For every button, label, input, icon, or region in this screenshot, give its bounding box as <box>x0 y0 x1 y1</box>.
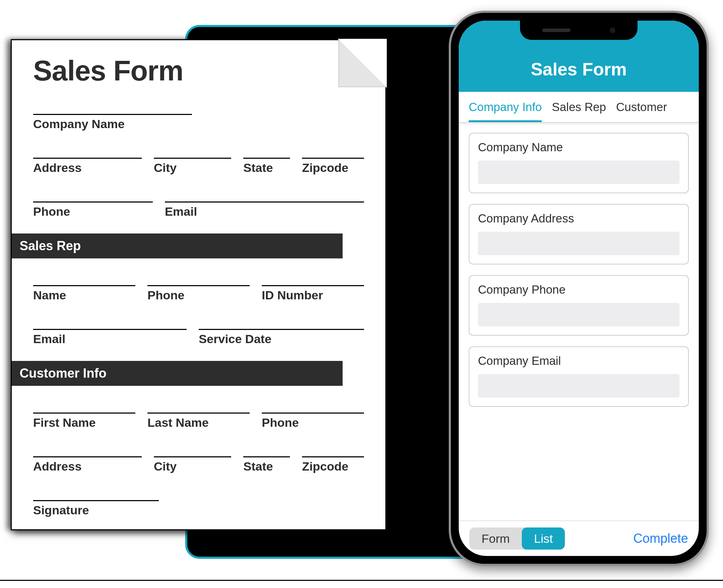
label-company-name: Company Name <box>33 117 192 131</box>
input-line <box>33 316 187 330</box>
label-cust-address: Address <box>33 460 142 473</box>
section-customer-info: Customer Info <box>12 361 343 386</box>
field-card-company-email[interactable]: Company Email <box>469 346 689 407</box>
segment-list[interactable]: List <box>522 527 565 550</box>
input-line <box>147 399 250 414</box>
app-title: Sales Form <box>531 59 627 80</box>
label-rep-name: Name <box>33 288 135 302</box>
input-line <box>33 399 135 414</box>
label-first-name: First Name <box>33 416 135 430</box>
input-line <box>154 145 232 159</box>
company-address-input[interactable] <box>478 232 680 255</box>
field-card-company-name[interactable]: Company Name <box>469 133 689 193</box>
input-line <box>33 145 142 159</box>
label-service-date: Service Date <box>199 332 364 346</box>
label-rep-phone: Phone <box>147 288 250 302</box>
input-line <box>243 145 290 159</box>
company-email-input[interactable] <box>478 374 680 398</box>
section-sales-rep: Sales Rep <box>12 233 343 258</box>
camera-icon <box>610 27 615 33</box>
label-last-name: Last Name <box>147 416 250 430</box>
tab-sales-rep[interactable]: Sales Rep <box>552 100 606 122</box>
speaker-icon <box>542 28 571 32</box>
field-label: Company Phone <box>478 283 680 296</box>
label-cust-city: City <box>154 460 232 473</box>
view-segmented-control: Form List <box>469 527 565 550</box>
field-card-company-address[interactable]: Company Address <box>469 204 689 264</box>
input-line <box>33 272 135 286</box>
tab-company-info[interactable]: Company Info <box>469 100 542 122</box>
input-line <box>33 443 142 457</box>
segment-form[interactable]: Form <box>469 527 522 550</box>
input-line <box>33 188 153 203</box>
input-line <box>154 443 232 457</box>
company-name-input[interactable] <box>478 161 680 184</box>
form-fields-area: Company Name Company Address Company Pho… <box>459 123 699 520</box>
label-cust-zipcode: Zipcode <box>302 460 364 473</box>
label-zipcode: Zipcode <box>302 161 364 175</box>
field-label: Company Address <box>478 212 680 225</box>
complete-button[interactable]: Complete <box>633 531 688 546</box>
input-line <box>147 272 250 286</box>
input-line <box>262 272 364 286</box>
label-city: City <box>154 161 232 175</box>
input-line <box>199 316 364 330</box>
label-email: Email <box>165 205 364 219</box>
label-state: State <box>243 161 290 175</box>
input-line <box>33 487 159 501</box>
field-label: Company Email <box>478 354 680 368</box>
input-line <box>302 443 364 457</box>
label-signature: Signature <box>33 503 159 517</box>
label-address: Address <box>33 161 142 175</box>
phone-device: Sales Form Company Info Sales Rep Custom… <box>449 11 709 566</box>
input-line <box>165 188 364 203</box>
input-line <box>33 101 192 115</box>
label-cust-state: State <box>243 460 290 473</box>
label-rep-id: ID Number <box>262 288 364 302</box>
label-cust-phone: Phone <box>262 416 364 430</box>
tab-customer[interactable]: Customer <box>616 100 667 122</box>
paper-document: Sales Form Company Name Address City <box>11 39 386 530</box>
label-phone: Phone <box>33 205 153 219</box>
form-title: Sales Form <box>33 54 364 87</box>
bottom-toolbar: Form List Complete <box>459 520 699 556</box>
label-rep-email: Email <box>33 332 187 346</box>
input-line <box>262 399 364 414</box>
input-line <box>243 443 290 457</box>
tabs-bar: Company Info Sales Rep Customer <box>459 92 699 123</box>
company-phone-input[interactable] <box>478 303 680 326</box>
phone-notch <box>520 21 638 40</box>
baseline-rule <box>0 580 723 581</box>
field-card-company-phone[interactable]: Company Phone <box>469 275 689 336</box>
field-label: Company Name <box>478 141 680 154</box>
input-line <box>302 145 364 159</box>
